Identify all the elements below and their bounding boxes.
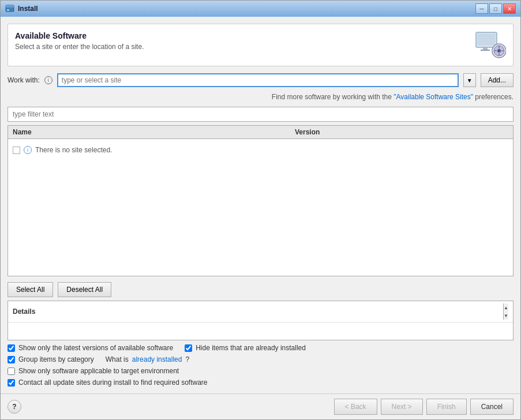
site-input[interactable]: [57, 73, 459, 87]
show-latest-option[interactable]: Show only the latest versions of availab…: [8, 344, 173, 352]
find-more-row: Find more software by working with the "…: [8, 93, 513, 101]
monitor-icon: [474, 31, 506, 59]
table-body: i There is no site selected.: [8, 139, 513, 161]
show-applicable-option[interactable]: Show only software applicable to target …: [8, 367, 179, 375]
page-title: Available Software: [15, 31, 144, 40]
hide-installed-checkbox[interactable]: [185, 344, 192, 352]
software-table: Name Version i There is no site selected…: [8, 125, 513, 276]
group-by-category-checkbox[interactable]: [8, 356, 15, 363]
group-by-category-option[interactable]: Group items by category: [8, 355, 94, 363]
filter-input[interactable]: [8, 107, 513, 122]
dropdown-button[interactable]: ▼: [463, 73, 476, 87]
col-extra-header: [422, 128, 508, 136]
table-header: Name Version: [8, 126, 513, 139]
maximize-button[interactable]: □: [489, 3, 502, 14]
work-with-label: Work with:: [8, 76, 40, 84]
svg-point-14: [497, 49, 501, 52]
no-site-row: i There is no site selected.: [13, 144, 508, 156]
details-section: Details ▲ ▼: [8, 301, 513, 340]
add-button[interactable]: Add...: [481, 73, 513, 87]
options-row-4: Contact all update sites during install …: [8, 378, 513, 387]
back-button[interactable]: < Back: [334, 399, 377, 415]
deselect-all-button[interactable]: Deselect All: [58, 282, 111, 297]
details-header: Details ▲ ▼: [8, 301, 513, 322]
already-installed-text: What is already installed ?: [106, 355, 189, 363]
details-scrollbar[interactable]: ▲ ▼: [503, 303, 508, 320]
page-subtitle: Select a site or enter the location of a…: [15, 43, 144, 51]
close-button[interactable]: ✕: [503, 3, 516, 14]
finish-button[interactable]: Finish: [426, 399, 467, 415]
hide-installed-label: Hide items that are already installed: [196, 344, 306, 352]
what-is-suffix: ?: [185, 355, 189, 363]
svg-rect-2: [7, 9, 9, 11]
select-deselect-row: Select All Deselect All: [8, 282, 513, 297]
contact-update-sites-checkbox[interactable]: [8, 379, 15, 387]
main-content: Available Software Select a site or ente…: [1, 17, 520, 393]
header-text: Available Software Select a site or ente…: [15, 31, 144, 51]
no-site-checkbox[interactable]: [13, 147, 20, 154]
cancel-button[interactable]: Cancel: [470, 399, 513, 415]
what-is-text: What is: [106, 355, 129, 363]
header-icon: [474, 31, 506, 59]
next-button[interactable]: Next >: [381, 399, 423, 415]
details-content: [8, 322, 513, 340]
contact-update-sites-label: Contact all update sites during install …: [18, 378, 208, 387]
find-more-text: Find more software by working with the: [272, 93, 393, 101]
already-installed-link[interactable]: already installed: [132, 355, 182, 363]
show-applicable-label: Show only software applicable to target …: [18, 367, 179, 375]
group-by-category-label: Group items by category: [18, 355, 94, 363]
title-bar-buttons: ─ □ ✕: [475, 3, 516, 14]
contact-update-sites-option[interactable]: Contact all update sites during install …: [8, 378, 208, 387]
work-with-row: Work with: i ▼ Add...: [8, 73, 513, 87]
col-version-header: Version: [295, 128, 422, 136]
options-row-1: Show only the latest versions of availab…: [8, 344, 513, 352]
footer: ? < Back Next > Finish Cancel: [1, 393, 520, 419]
footer-buttons: < Back Next > Finish Cancel: [334, 399, 513, 415]
options-row-3: Show only software applicable to target …: [8, 367, 513, 375]
find-more-suffix: preferences.: [475, 93, 513, 101]
select-all-button[interactable]: Select All: [8, 282, 53, 297]
no-site-info-icon: i: [24, 146, 32, 154]
svg-rect-1: [6, 5, 14, 7]
options-section: Show only the latest versions of availab…: [8, 344, 513, 387]
title-bar-text: Install: [18, 5, 472, 13]
help-button[interactable]: ?: [8, 400, 21, 414]
minimize-button[interactable]: ─: [475, 3, 488, 14]
show-latest-checkbox[interactable]: [8, 344, 15, 352]
scroll-down-button[interactable]: ▼: [503, 312, 508, 320]
show-latest-label: Show only the latest versions of availab…: [18, 344, 173, 352]
window-icon: [5, 4, 14, 13]
info-icon[interactable]: i: [44, 76, 53, 84]
details-label: Details: [13, 308, 35, 316]
svg-rect-5: [483, 47, 488, 50]
install-window: Install ─ □ ✕ Available Software Select …: [0, 0, 521, 420]
show-applicable-checkbox[interactable]: [8, 367, 15, 375]
col-name-header: Name: [13, 128, 295, 136]
available-software-sites-link[interactable]: "Available Software Sites": [393, 93, 473, 101]
main-area: Name Version i There is no site selected…: [8, 107, 513, 387]
svg-rect-6: [481, 50, 490, 51]
title-bar: Install ─ □ ✕: [1, 1, 520, 17]
header-section: Available Software Select a site or ente…: [8, 24, 513, 66]
no-site-text: There is no site selected.: [35, 146, 112, 154]
hide-installed-option[interactable]: Hide items that are already installed: [185, 344, 306, 352]
footer-left: ?: [8, 400, 21, 414]
options-row-2: Group items by category What is already …: [8, 355, 513, 363]
svg-rect-4: [477, 33, 496, 46]
scroll-up-button[interactable]: ▲: [503, 303, 508, 312]
